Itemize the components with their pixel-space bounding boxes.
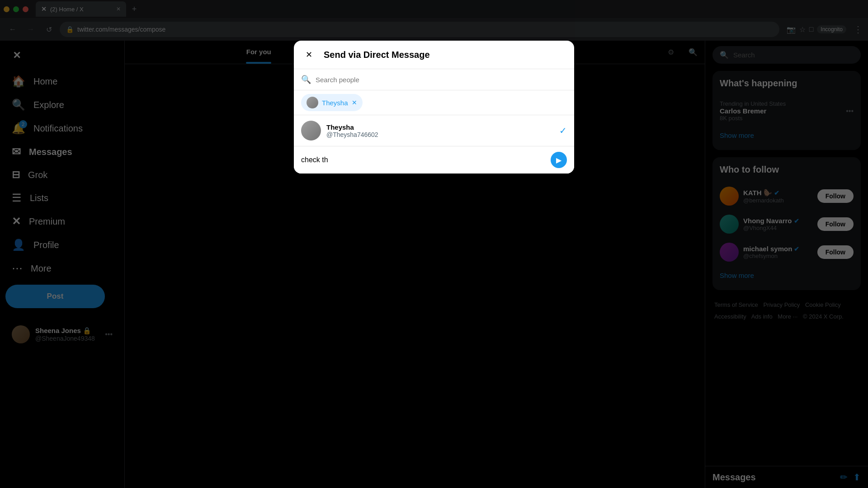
message-input-row: ▶ xyxy=(301,152,567,168)
list-user-name-1: Theysha xyxy=(326,123,554,131)
message-input[interactable] xyxy=(301,152,546,168)
modal-overlay[interactable]: ✕ Send via Direct Message 🔍 Theysha ✕ Th… xyxy=(0,0,868,488)
close-icon: ✕ xyxy=(306,50,312,60)
send-button[interactable]: ▶ xyxy=(551,152,567,168)
direct-message-modal: ✕ Send via Direct Message 🔍 Theysha ✕ Th… xyxy=(294,41,574,174)
tag-avatar xyxy=(307,97,318,108)
tag-remove-button[interactable]: ✕ xyxy=(352,99,357,106)
user-list-item-1[interactable]: Theysha @Theysha746602 ✓ xyxy=(294,115,574,146)
modal-header: ✕ Send via Direct Message xyxy=(294,41,574,69)
list-user-info-1: Theysha @Theysha746602 xyxy=(326,123,554,138)
modal-title: Send via Direct Message xyxy=(324,50,430,60)
selected-check-icon: ✓ xyxy=(559,125,567,136)
list-avatar-1 xyxy=(301,121,321,141)
tag-name: Theysha xyxy=(322,99,348,107)
selected-tags-area: Theysha ✕ xyxy=(294,90,574,115)
modal-search-bar: 🔍 xyxy=(294,69,574,90)
modal-footer: ▶ xyxy=(294,146,574,174)
modal-close-button[interactable]: ✕ xyxy=(301,47,316,62)
user-list: Theysha @Theysha746602 ✓ xyxy=(294,115,574,146)
send-icon: ▶ xyxy=(556,156,561,164)
modal-search-input[interactable] xyxy=(316,76,567,84)
list-user-handle-1: @Theysha746602 xyxy=(326,131,554,138)
selected-user-tag: Theysha ✕ xyxy=(301,94,363,111)
modal-search-icon: 🔍 xyxy=(301,75,311,84)
